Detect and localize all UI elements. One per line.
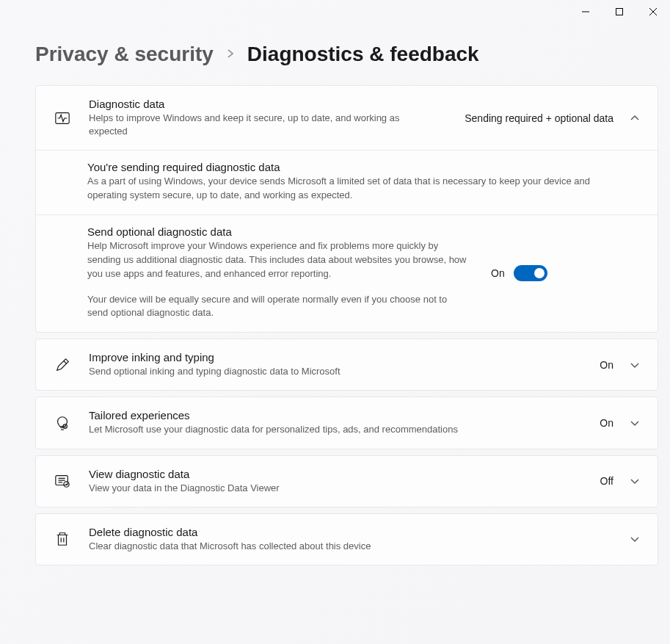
section-desc: Helps to improve Windows and keep it sec…	[89, 112, 404, 138]
view-diagnostic-section: View diagnostic data View your data in t…	[35, 455, 658, 507]
trash-icon	[52, 531, 73, 547]
window-controls	[569, 0, 670, 23]
delete-diagnostic-section: Delete diagnostic data Clear diagnostic …	[35, 513, 658, 565]
chevron-down-icon	[627, 477, 643, 485]
content: Diagnostic data Helps to improve Windows…	[0, 66, 670, 568]
chevron-down-icon	[627, 419, 643, 427]
section-title: Improve inking and typing	[89, 351, 600, 363]
close-button[interactable]	[636, 0, 670, 23]
sub-desc: Your device will be equally secure and w…	[87, 293, 469, 321]
chevron-up-icon	[627, 115, 643, 122]
required-diagnostic-subsection: You're sending required diagnostic data …	[36, 150, 658, 214]
svg-rect-1	[616, 9, 623, 15]
maximize-button[interactable]	[602, 0, 636, 23]
chevron-right-icon	[227, 47, 234, 62]
sub-title: You're sending required diagnostic data	[87, 161, 613, 173]
optional-diagnostic-toggle[interactable]	[514, 265, 547, 281]
diagnostic-data-header[interactable]: Diagnostic data Helps to improve Windows…	[36, 86, 658, 150]
data-viewer-icon	[52, 473, 73, 489]
section-title: Diagnostic data	[89, 98, 465, 110]
delete-diagnostic-header[interactable]: Delete diagnostic data Clear diagnostic …	[36, 514, 658, 565]
toggle-label: On	[491, 267, 505, 279]
chevron-down-icon	[627, 361, 643, 369]
tailored-experiences-header[interactable]: Tailored experiences Let Microsoft use y…	[36, 397, 658, 448]
pen-icon	[52, 357, 73, 373]
minimize-button[interactable]	[569, 0, 602, 23]
diagnostic-status: Sending required + optional data	[465, 112, 613, 124]
section-desc: Let Microsoft use your diagnostic data f…	[89, 423, 600, 436]
diagnostic-data-section: Diagnostic data Helps to improve Windows…	[35, 85, 658, 333]
inking-typing-section: Improve inking and typing Send optional …	[35, 339, 658, 391]
breadcrumb-parent[interactable]: Privacy & security	[35, 43, 214, 66]
sub-title: Send optional diagnostic data	[87, 225, 469, 238]
tailored-status: On	[600, 417, 613, 429]
inking-status: On	[600, 359, 613, 371]
inking-typing-header[interactable]: Improve inking and typing Send optional …	[36, 339, 658, 390]
section-title: Delete diagnostic data	[89, 526, 627, 538]
optional-diagnostic-toggle-wrap: On	[491, 265, 547, 281]
sub-desc: Help Microsoft improve your Windows expe…	[87, 239, 469, 281]
optional-diagnostic-subsection: Send optional diagnostic data Help Micro…	[36, 214, 658, 332]
tailored-experiences-section: Tailored experiences Let Microsoft use y…	[35, 397, 658, 449]
view-status: Off	[600, 475, 613, 487]
page-title: Diagnostics & feedback	[247, 43, 479, 66]
lightbulb-icon	[52, 415, 73, 431]
sub-desc: As a part of using Windows, your device …	[87, 175, 613, 203]
activity-icon	[52, 110, 73, 126]
section-desc: View your data in the Diagnostic Data Vi…	[89, 482, 600, 495]
section-title: Tailored experiences	[89, 409, 600, 422]
section-title: View diagnostic data	[89, 468, 600, 480]
chevron-down-icon	[627, 535, 643, 543]
section-desc: Clear diagnostic data that Microsoft has…	[89, 540, 627, 553]
view-diagnostic-header[interactable]: View diagnostic data View your data in t…	[36, 456, 658, 507]
section-desc: Send optional inking and typing diagnost…	[89, 365, 600, 378]
